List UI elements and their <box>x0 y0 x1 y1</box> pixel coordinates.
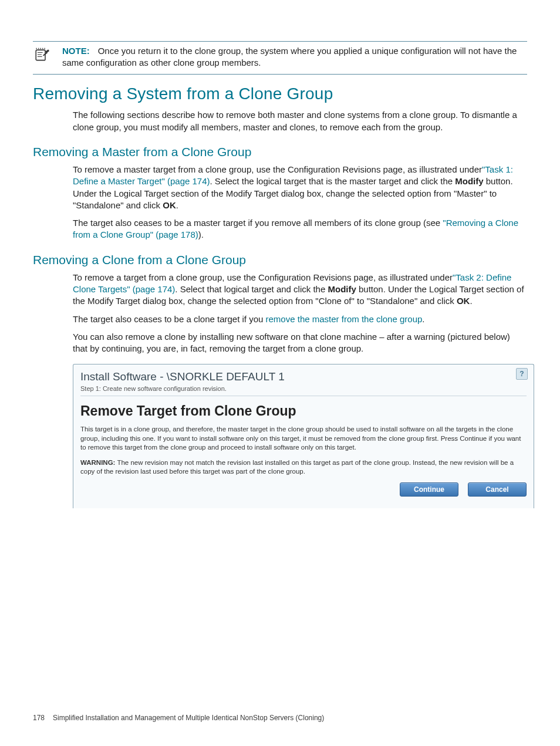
heading-removing-master: Removing a Master from a Clone Group <box>33 144 527 160</box>
dialog-warning: WARNING: The new revision may not match … <box>80 458 527 477</box>
heading-removing-clone: Removing a Clone from a Clone Group <box>33 252 527 268</box>
continue-button[interactable]: Continue <box>400 482 458 497</box>
note-body: NOTE:Once you return it to the clone gro… <box>62 45 527 69</box>
link-remove-master[interactable]: remove the master from the clone group <box>266 314 423 324</box>
dialog-body: This target is in a clone group, and the… <box>80 425 527 453</box>
section3-p1: To remove a target from a clone group, u… <box>73 272 527 308</box>
page-number: 178 <box>33 713 45 723</box>
section3-p3: You can also remove a clone by installin… <box>73 331 527 355</box>
dialog-title: Install Software - \SNORKLE DEFAULT 1 <box>80 369 527 384</box>
help-button[interactable]: ? <box>516 368 528 380</box>
section2-p2: The target also ceases to be a master ta… <box>73 217 527 241</box>
note-label: NOTE: <box>62 46 90 56</box>
page-footer: 178 Simplified Installation and Manageme… <box>33 713 324 723</box>
cancel-button[interactable]: Cancel <box>468 482 527 497</box>
warning-text: The new revision may not match the revis… <box>80 459 514 475</box>
section3-p2: The target also ceases to be a clone tar… <box>73 313 527 325</box>
section2-p1: To remove a master target from a clone g… <box>73 164 527 211</box>
dialog-step: Step 1: Create new software configuratio… <box>80 384 527 396</box>
footer-title: Simplified Installation and Management o… <box>53 713 324 723</box>
note-block: NOTE:Once you return it to the clone gro… <box>33 41 527 75</box>
dialog-heading: Remove Target from Clone Group <box>80 402 527 420</box>
heading-removing-system: Removing a System from a Clone Group <box>33 83 527 105</box>
section1-para: The following sections describe how to r… <box>73 109 527 133</box>
dialog-buttons: Continue Cancel <box>80 482 527 497</box>
note-icon <box>33 46 49 63</box>
warning-label: WARNING: <box>80 459 115 466</box>
install-software-dialog: ? Install Software - \SNORKLE DEFAULT 1 … <box>73 364 534 508</box>
note-text: Once you return it to the clone group, t… <box>62 46 517 67</box>
